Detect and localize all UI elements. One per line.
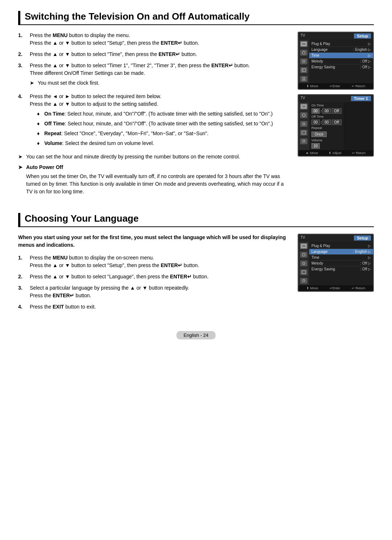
- extra-note: You can set the hour and minute directly…: [18, 153, 290, 161]
- tv-setup-header: TV Setup: [298, 32, 373, 40]
- section2-steps: Press the MENU button to display the on-…: [18, 254, 290, 311]
- timer-volume-label: Volume: [311, 138, 342, 142]
- section-language: Choosing Your Language When you start us…: [18, 213, 374, 314]
- footer-badge: English - 24: [176, 331, 216, 339]
- tv-sidebar1: [298, 40, 309, 83]
- svg-rect-15: [302, 245, 306, 247]
- section1-title: Switching the Television On and Off Auto…: [18, 11, 374, 25]
- tv-lang-footer: ⬆ Move ↵Enter ↩ Return: [298, 285, 373, 291]
- svg-line-6: [305, 60, 306, 60]
- bullet-ontime: On Time: Select hour, minute, and "On"/"…: [37, 110, 273, 118]
- svg-rect-7: [302, 69, 306, 72]
- section1-content: Press the MENU button to display the men…: [18, 32, 374, 198]
- tv-timer-main: On Time 00 : 00 Off Off Time 00 : 00: [309, 102, 344, 150]
- tv-row-lang: Language: English ▷: [311, 47, 371, 53]
- tv-row-plug: Plug & Play▷: [311, 41, 371, 47]
- step3: Press the ▲ or ▼ button to select "Timer…: [18, 62, 290, 89]
- tv-timer-icon5: [300, 138, 307, 144]
- tv-setup-body: Plug & Play▷ Language: English ▷ Time▷ M…: [298, 40, 373, 83]
- tv-lang-main: Plug & Play▷ Language: English ▷ Time▷ M…: [309, 242, 373, 285]
- tv-lang-row-plug: Plug & Play▷: [311, 243, 371, 249]
- section2-title: Choosing Your Language: [18, 213, 374, 227]
- tv-timer-body: On Time 00 : 00 Off Off Time 00 : 00: [298, 102, 373, 150]
- tv-timer-icon4: [300, 130, 307, 136]
- tv-icon2: [300, 50, 307, 56]
- tv-setup-main: Plug & Play▷ Language: English ▷ Time▷ M…: [309, 40, 373, 83]
- tv-row-time: Time▷: [309, 53, 373, 59]
- tv-setup-footer: ⬆ Move ↵Enter ↩ Return: [298, 83, 373, 89]
- step2: Press the ▲ or ▼ button to select "Time"…: [18, 51, 290, 58]
- svg-line-5: [302, 60, 302, 60]
- lang-step1: Press the MENU button to display the on-…: [18, 254, 290, 269]
- tv-lang-body: Plug & Play▷ Language: English ▷ Time▷ M…: [298, 242, 373, 285]
- lang-step2: Press the ▲ or ▼ button to select "Langu…: [18, 273, 290, 281]
- section2-text: When you start using your set for the fi…: [18, 234, 290, 314]
- tv-lang-row-time: Time▷: [311, 255, 371, 261]
- lang-step3: Select a particular language by pressing…: [18, 284, 290, 299]
- tv-lang-icon5: [300, 278, 307, 284]
- tv-icon5: [300, 76, 307, 82]
- timer-on-label: On Time: [311, 104, 342, 107]
- tv-timer-screen: TV Timer 1: [298, 94, 374, 157]
- timer-on-inputs: 00 : 00 Off: [311, 108, 342, 114]
- tv-lang-row-lang: Language: English ▷: [309, 249, 373, 255]
- page-footer: English - 24: [18, 329, 374, 342]
- section1-screenshots: TV Setup: [298, 32, 374, 161]
- timer-repeat-label: Repeat: [311, 126, 342, 130]
- tv-lang-sidebar: [298, 242, 309, 285]
- tv-setup-screen: TV Setup: [298, 32, 374, 90]
- auto-power-heading: Auto Power Off: [18, 164, 290, 171]
- tv-timer-icon2: [300, 112, 307, 118]
- tv-lang-icon4: [300, 269, 307, 275]
- step3-note: You must set the clock first.: [30, 79, 250, 87]
- svg-point-11: [302, 114, 305, 117]
- svg-rect-10: [302, 105, 306, 108]
- step4: Press the ◄ or ► button to select the re…: [18, 93, 290, 149]
- svg-point-14: [303, 140, 305, 142]
- timer-repeat-value: Once: [311, 131, 342, 137]
- tv-lang-row-melody: Melody: Off ▷: [311, 261, 371, 266]
- tv-lang-icon3: [300, 261, 307, 266]
- bullet-repeat: Repeat: Select "Once", "Everyday", "Mon~…: [37, 130, 273, 137]
- section2-screenshots: TV Setup: [298, 234, 374, 296]
- section2-content: When you start using your set for the fi…: [18, 234, 374, 314]
- bullet-offtime: Off Time: Select hour, minute, and "On"/…: [37, 120, 273, 128]
- tv-timer-header: TV Timer 1: [298, 95, 373, 102]
- tv-timer-footer: ► Move ⬆ Adjust ↩ Return: [298, 150, 373, 156]
- step1-content: Press the MENU button to display the men…: [30, 32, 199, 47]
- svg-point-19: [303, 279, 305, 282]
- section2-intro: When you start using your set for the fi…: [18, 234, 290, 249]
- step3-content: Press the ▲ or ▼ button to select "Timer…: [30, 62, 250, 89]
- tv-timer-sidebar: [298, 102, 309, 150]
- svg-point-9: [303, 77, 305, 80]
- section-switching: Switching the Television On and Off Auto…: [18, 11, 374, 198]
- timer-off-label: Off Time: [311, 115, 342, 118]
- step4-bullets: On Time: Select hour, minute, and "On"/"…: [30, 110, 273, 147]
- timer-volume-value: 10: [311, 143, 342, 149]
- section1-steps: Press the MENU button to display the men…: [18, 32, 290, 149]
- tv-icon1: [300, 41, 307, 47]
- svg-point-12: [303, 123, 305, 125]
- tv-icon3: [300, 59, 307, 64]
- svg-rect-0: [302, 43, 306, 45]
- tv-timer-icon1: [300, 104, 307, 109]
- tv-lang-icon1: [300, 243, 307, 249]
- svg-rect-13: [302, 131, 306, 134]
- bullet-volume: Volume: Select the desired turn on volum…: [37, 140, 273, 147]
- auto-power-text: When you set the timer On, the TV will e…: [26, 173, 290, 196]
- timer-off-inputs: 00 : 00 Off: [311, 120, 342, 125]
- tv-lang-header: TV Setup: [298, 234, 373, 242]
- step1: Press the MENU button to display the men…: [18, 32, 290, 47]
- svg-point-2: [302, 51, 305, 54]
- section1-text: Press the MENU button to display the men…: [18, 32, 290, 198]
- step4-content: Press the ◄ or ► button to select the re…: [30, 93, 273, 149]
- step2-content: Press the ▲ or ▼ button to select "Time"…: [30, 51, 197, 58]
- tv-row-melody: Melody: Off ▷: [311, 59, 371, 64]
- tv-lang-icon2: [300, 252, 307, 258]
- lang-step4: Press the EXIT button to exit.: [18, 303, 290, 311]
- tv-icon4: [300, 67, 307, 73]
- svg-point-17: [303, 262, 305, 265]
- svg-point-4: [303, 60, 305, 63]
- svg-rect-18: [302, 271, 306, 274]
- tv-row-energy: Energy Saving: Off ▷: [311, 64, 371, 70]
